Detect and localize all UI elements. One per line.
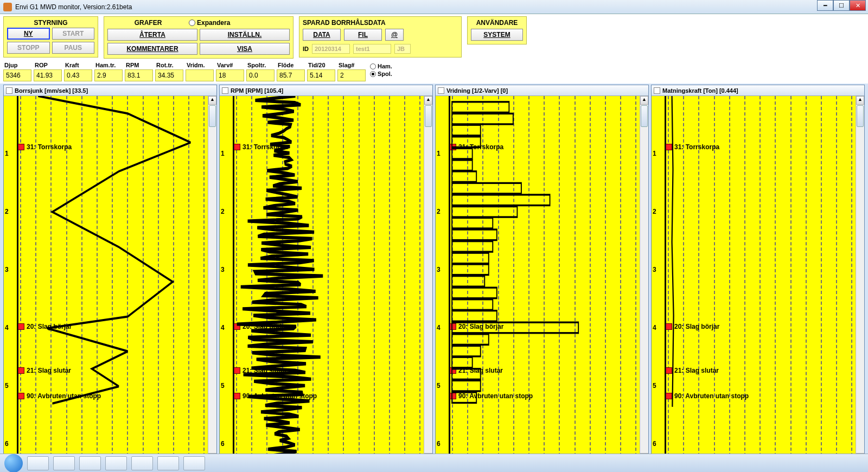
stopp-button[interactable]: STOPP — [7, 42, 50, 54]
value-rottr[interactable]: 34.35 — [155, 69, 183, 81]
window-titlebar: Envi G1 MWD monitor, Version:2.61beta ━ … — [0, 0, 868, 14]
start-button[interactable]: START — [52, 28, 95, 40]
label-flode: Flöde — [277, 62, 305, 69]
value-flode[interactable]: 85.7 — [277, 69, 305, 81]
label-rottr: Rot.tr. — [155, 62, 183, 69]
label-slag: Slag# — [337, 62, 366, 69]
scrollbar[interactable]: ▲▼ — [424, 96, 432, 462]
svg-rect-25 — [452, 392, 476, 403]
label-rpm: RPM — [125, 62, 153, 69]
panel-sparad-title: SPARAD BORRHÅLSDATA — [303, 18, 458, 28]
svg-rect-17 — [452, 299, 493, 310]
svg-rect-1 — [452, 113, 513, 124]
window-title: Envi G1 MWD monitor, Version:2.61beta — [15, 3, 132, 11]
value-spoltr[interactable]: 0.0 — [246, 69, 275, 81]
value-rop[interactable]: 41.93 — [34, 69, 62, 81]
value-hamtr[interactable]: 2.9 — [94, 69, 123, 81]
at-button[interactable]: @ — [385, 29, 404, 41]
panel-anvandare: ANVÄNDARE SYSTEM — [467, 16, 527, 44]
chart-icon — [222, 87, 228, 94]
chart-title: Matningskraft [Ton] [0.444] — [662, 87, 738, 94]
value-slag[interactable]: 2 — [337, 69, 366, 81]
chart-title: Borrsjunk [mm/sek] [33.5] — [15, 87, 88, 94]
expandera-radio[interactable]: Expandera — [189, 19, 230, 27]
kommentarer-button[interactable]: KOMMENTARER — [107, 43, 197, 55]
svg-rect-6 — [452, 171, 476, 182]
chart-matningskraft: Matningskraft [Ton] [0.444]12345631: Tor… — [651, 85, 865, 462]
taskbar[interactable] — [0, 454, 868, 472]
label-spoltr: Spoltr. — [246, 62, 275, 69]
system-button[interactable]: SYSTEM — [471, 29, 523, 41]
label-hamtr: Ham.tr. — [94, 62, 123, 69]
scrollbar[interactable]: ▲▼ — [640, 96, 648, 462]
svg-rect-3 — [452, 137, 481, 148]
label-varv: Varv# — [216, 62, 244, 69]
svg-rect-13 — [452, 253, 489, 264]
svg-rect-2 — [452, 125, 481, 136]
svg-rect-24 — [452, 380, 481, 391]
id-field-2[interactable]: test1 — [353, 44, 391, 54]
taskbar-item[interactable] — [105, 456, 127, 470]
chart-title: RPM [RPM] [105.4] — [231, 87, 283, 94]
panel-grafer-title: GRAFER — [107, 18, 189, 28]
panel-styrning-title: STYRNING — [7, 18, 94, 28]
paus-button[interactable]: PAUS — [52, 42, 95, 54]
expandera-label: Expandera — [197, 19, 230, 27]
value-djup[interactable]: 5346 — [3, 69, 31, 81]
taskbar-item[interactable] — [183, 456, 205, 470]
svg-rect-18 — [452, 311, 497, 322]
taskbar-item[interactable] — [157, 456, 179, 470]
svg-rect-9 — [452, 207, 517, 218]
taskbar-item[interactable] — [79, 456, 101, 470]
label-tid20: Tid/20 — [307, 62, 335, 69]
start-orb[interactable] — [4, 454, 23, 473]
fil-button[interactable]: FIL — [344, 29, 382, 41]
value-tid20[interactable]: 5.14 — [307, 69, 335, 81]
svg-rect-0 — [452, 102, 509, 113]
taskbar-item[interactable] — [53, 456, 75, 470]
svg-rect-12 — [452, 241, 493, 252]
value-varv[interactable]: 18 — [216, 69, 244, 81]
id-field-1[interactable]: 20120314 — [312, 44, 350, 54]
value-vridm[interactable] — [186, 69, 214, 81]
window-close[interactable]: ✕ — [850, 0, 866, 11]
taskbar-item[interactable] — [131, 456, 153, 470]
svg-rect-11 — [452, 229, 497, 240]
panel-grafer: GRAFER Expandera ÅTERTA INSTÄLLN. KOMMEN… — [104, 16, 293, 59]
svg-rect-14 — [452, 264, 489, 275]
chart-icon — [6, 87, 12, 94]
svg-rect-20 — [452, 334, 489, 345]
radio-icon — [370, 71, 376, 77]
window-minimize[interactable]: ━ — [817, 0, 833, 11]
radio-ham[interactable]: Ham. — [370, 63, 392, 69]
svg-rect-19 — [452, 322, 578, 333]
value-kraft[interactable]: 0.43 — [64, 69, 92, 81]
svg-rect-10 — [452, 218, 493, 228]
svg-rect-22 — [452, 357, 473, 368]
svg-rect-4 — [452, 148, 473, 159]
chart-icon — [654, 87, 660, 94]
scrollbar[interactable]: ▲▼ — [208, 96, 216, 462]
label-djup: Djup — [3, 62, 31, 69]
label-rop: ROP — [34, 62, 62, 69]
radio-spol[interactable]: Spol. — [370, 71, 392, 77]
visa-button[interactable]: VISA — [200, 43, 290, 55]
installn-button[interactable]: INSTÄLLN. — [200, 29, 290, 41]
scrollbar[interactable]: ▲▼ — [856, 96, 864, 462]
id-field-3[interactable]: JB — [394, 44, 411, 54]
svg-rect-23 — [452, 369, 481, 380]
svg-rect-8 — [452, 195, 550, 206]
panel-sparad: SPARAD BORRHÅLSDATA DATA FIL @ ID 201203… — [299, 16, 462, 58]
ny-button[interactable]: NY — [7, 28, 50, 40]
charts-row: Borrsjunk [mm/sek] [33.5]12345631: Torrs… — [0, 84, 868, 463]
label-vridm: Vridm. — [186, 62, 214, 69]
app-icon — [3, 3, 12, 11]
chart-rpm: RPM [RPM] [105.4]12345631: Torrskorpa20:… — [219, 85, 433, 462]
chart-borrsjunk: Borrsjunk [mm/sek] [33.5]12345631: Torrs… — [3, 85, 217, 462]
taskbar-item[interactable] — [27, 456, 49, 470]
svg-rect-16 — [452, 288, 497, 298]
aterta-button[interactable]: ÅTERTA — [107, 29, 197, 41]
value-rpm[interactable]: 83.1 — [125, 69, 153, 81]
data-button[interactable]: DATA — [303, 29, 341, 41]
window-maximize[interactable]: ☐ — [833, 0, 850, 11]
